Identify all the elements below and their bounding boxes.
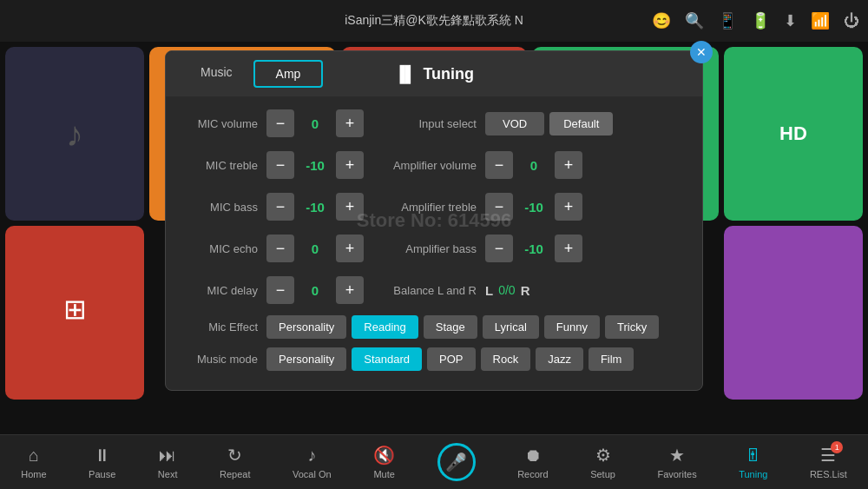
- vocal-label: Vocal On: [293, 469, 332, 479]
- vocal-icon: ♪: [307, 446, 316, 466]
- mic-volume-minus[interactable]: −: [266, 109, 294, 137]
- mic-icon: 🎤: [445, 452, 467, 472]
- modal-tabs: Music Amp: [180, 60, 323, 88]
- favorites-label: Favorites: [657, 469, 696, 479]
- bottom-setup[interactable]: ⚙ Setup: [590, 445, 615, 479]
- reslist-label: RES.List: [810, 469, 847, 479]
- power-icon[interactable]: ⏻: [844, 12, 859, 30]
- mic-delay-label: MIC delay: [180, 284, 266, 297]
- pause-label: Pause: [89, 469, 115, 479]
- reslist-badge: 1: [831, 441, 843, 453]
- battery-icon: 🔋: [751, 11, 770, 30]
- bottom-reslist[interactable]: ☰ 1 RES.List: [810, 445, 847, 479]
- pause-icon: ⏸: [94, 446, 111, 466]
- mic-circle: 🎤: [437, 443, 476, 481]
- tuning-title-icon: ▐▌: [394, 65, 417, 83]
- mic-treble-minus[interactable]: −: [266, 151, 294, 179]
- mic-effect-tricky[interactable]: Tricky: [605, 315, 659, 339]
- mute-label: Mute: [373, 469, 394, 479]
- record-icon: ⏺: [524, 446, 542, 466]
- mic-echo-plus[interactable]: +: [336, 235, 364, 262]
- repeat-label: Repeat: [220, 469, 250, 479]
- mic-volume-plus[interactable]: +: [336, 109, 364, 137]
- amp-volume-value: 0: [516, 158, 551, 173]
- mic-echo-row: MIC echo − 0 + Amplifier bass − -10 +: [180, 232, 688, 265]
- bottom-repeat[interactable]: ↻ Repeat: [220, 445, 250, 479]
- music-mode-buttons: Personality Standard POP Rock Jazz Film: [266, 347, 634, 371]
- amp-volume-plus[interactable]: +: [555, 151, 582, 179]
- tuning-modal: ✕ Music Amp ▐▌ Tuning MIC volume − 0 +: [165, 50, 703, 391]
- repeat-icon: ↻: [227, 445, 242, 466]
- mic-echo-minus[interactable]: −: [266, 235, 294, 262]
- close-icon: ✕: [696, 45, 707, 59]
- bottom-tuning[interactable]: 🎚 Tuning: [739, 446, 767, 479]
- bottom-home[interactable]: ⌂ Home: [21, 446, 46, 479]
- input-select-label: Input select: [381, 117, 485, 130]
- mute-icon: 🔇: [373, 445, 395, 466]
- tab-music[interactable]: Music: [180, 60, 253, 88]
- amp-treble-minus[interactable]: −: [485, 193, 513, 221]
- bottom-record[interactable]: ⏺ Record: [517, 446, 548, 479]
- amp-bass-plus[interactable]: +: [555, 235, 582, 262]
- setup-icon: ⚙: [595, 445, 611, 466]
- amp-bass-label: Amplifier bass: [381, 242, 485, 255]
- modal-overlay: ✕ Music Amp ▐▌ Tuning MIC volume − 0 +: [0, 42, 868, 434]
- amp-treble-value: -10: [516, 200, 551, 215]
- amp-bass-minus[interactable]: −: [485, 235, 513, 262]
- mic-delay-minus[interactable]: −: [266, 276, 294, 304]
- home-icon: ⌂: [29, 446, 39, 466]
- mic-volume-value: 0: [298, 116, 332, 131]
- modal-close-button[interactable]: ✕: [690, 41, 713, 63]
- mic-treble-value: -10: [298, 158, 332, 173]
- mic-delay-plus[interactable]: +: [336, 276, 364, 304]
- mic-effect-buttons: Personality Reading Stage Lyrical Funny …: [266, 315, 659, 339]
- music-mode-film[interactable]: Film: [589, 347, 635, 371]
- mic-delay-control: − 0 +: [266, 276, 364, 304]
- music-mode-label: Music mode: [180, 353, 266, 366]
- mic-effect-stage[interactable]: Stage: [424, 315, 477, 339]
- record-label: Record: [517, 469, 548, 479]
- music-mode-jazz[interactable]: Jazz: [536, 347, 583, 371]
- emoji-icon[interactable]: 😊: [652, 11, 671, 30]
- mic-bass-control: − -10 +: [266, 193, 364, 221]
- mic-effect-reading[interactable]: Reading: [352, 315, 418, 339]
- bottom-next[interactable]: ⏭ Next: [158, 446, 178, 479]
- bottom-mic[interactable]: 🎤: [437, 443, 476, 481]
- mic-treble-control: − -10 +: [266, 151, 364, 179]
- mic-effect-funny[interactable]: Funny: [544, 315, 600, 339]
- amp-treble-label: Amplifier treble: [381, 201, 485, 214]
- mic-bass-minus[interactable]: −: [266, 193, 294, 221]
- mic-volume-label: MIC volume: [180, 117, 266, 130]
- amp-treble-section: Amplifier treble − -10 +: [381, 193, 688, 221]
- music-mode-rock[interactable]: Rock: [481, 347, 531, 371]
- mic-bass-value: -10: [298, 200, 332, 215]
- mic-delay-value: 0: [298, 283, 332, 298]
- search-icon[interactable]: 🔍: [685, 11, 704, 30]
- phone-icon[interactable]: 📱: [718, 11, 737, 30]
- amp-treble-plus[interactable]: +: [555, 193, 582, 221]
- balance-r-label: R: [521, 283, 530, 298]
- next-label: Next: [158, 469, 178, 479]
- music-mode-personality[interactable]: Personality: [266, 347, 346, 371]
- bottom-vocal-on[interactable]: ♪ Vocal On: [293, 446, 332, 479]
- bottom-mute[interactable]: 🔇 Mute: [373, 445, 395, 479]
- mic-effect-label: Mic Effect: [180, 320, 266, 334]
- bottom-pause[interactable]: ⏸ Pause: [89, 446, 115, 479]
- amp-volume-minus[interactable]: −: [485, 151, 513, 179]
- mic-treble-plus[interactable]: +: [336, 151, 364, 179]
- music-mode-pop[interactable]: POP: [427, 347, 475, 371]
- music-mode-standard[interactable]: Standard: [352, 347, 422, 371]
- mic-volume-control: − 0 +: [266, 109, 364, 137]
- mic-bass-plus[interactable]: +: [336, 193, 364, 221]
- mic-effect-lyrical[interactable]: Lyrical: [483, 315, 539, 339]
- amp-bass-value: -10: [516, 241, 551, 256]
- top-bar: iSanjin三精@K歌先鋒點歌系統 N 😊 🔍 📱 🔋 ⬇ 📶 ⏻: [0, 0, 868, 42]
- tab-amp[interactable]: Amp: [253, 60, 324, 88]
- vod-button[interactable]: VOD: [485, 112, 544, 135]
- amp-volume-section: Amplifier volume − 0 +: [381, 151, 688, 179]
- mic-effect-personality[interactable]: Personality: [266, 315, 346, 339]
- balance-label: Balance L and R: [381, 284, 485, 297]
- balance-section: Balance L and R L 0/0 R: [381, 283, 688, 298]
- default-button[interactable]: Default: [549, 112, 613, 135]
- bottom-favorites[interactable]: ★ Favorites: [657, 445, 696, 479]
